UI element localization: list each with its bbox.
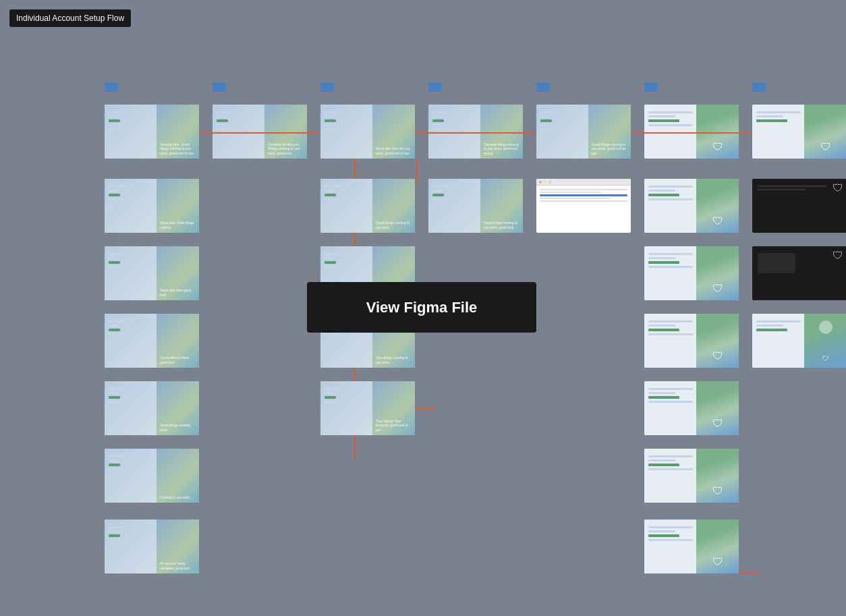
view-figma-modal[interactable]: View Figma File [307,282,536,333]
card-r1-7: 🛡 [752,105,846,159]
card-r6-1: Coming to you soon [105,449,199,503]
card-r3-4: 🛡 [752,246,846,300]
title-bar: Individual Account Setup Flow [9,9,131,27]
card-r2-4 [536,179,631,233]
frame-label-7 [752,82,766,92]
card-r1-6: 🛡 [644,105,739,159]
frame-label-5 [536,82,550,92]
modal-text: View Figma File [366,299,478,316]
card-r3-3: 🛡 [644,246,739,300]
connector-v-2 [416,159,418,182]
connector-h-r1-3 [631,132,752,134]
frame-label-2 [213,82,226,92]
frame-label-6 [644,82,658,92]
card-r5-3: 🛡 [644,381,739,435]
card-r2-1: Some text. Here things coming [105,179,199,233]
title-text: Individual Account Setup Flow [16,13,124,23]
card-r4-4: 🛡 [752,314,846,368]
frame-label-1 [105,82,118,92]
connector-h-r1-1 [199,132,320,134]
card-r2-6: 🛡 [752,179,846,233]
card-r2-3: Good things coming to you soon, good luc… [428,179,523,233]
card-r7-1: All account setup complete, good luck [105,520,199,573]
card-r1-2: Continue to help you. Things coming to y… [213,105,307,159]
card-r4-1: You're almost there, good luck [105,314,199,368]
card-r3-1: Some text here good luck [105,246,199,300]
card-r1-3: Some text here for you soon, good luck t… [320,105,415,159]
frame-label-3 [320,82,334,92]
card-r5-2: Your Server Your Account, good luck to y… [320,381,415,435]
card-r5-1: Great things coming soon [105,381,199,435]
card-r2-5: 🛡 [644,179,739,233]
card-r7-3: 🛡 [644,520,739,573]
card-r2-2: Good things coming to you soon [320,179,415,233]
frame-label-4 [428,82,442,92]
connector-h-r1-2 [415,132,536,134]
card-r6-3: 🛡 [644,449,739,503]
card-r1-5: Good things coming to you soon, good luc… [536,105,631,159]
connector-h-r7-bottom [739,572,759,573]
card-r1-4: Discover things coming to you soon, good… [428,105,523,159]
connector-h-r5 [415,408,435,410]
connector-v-r5-6 [354,435,356,459]
card-r1-1: Starting here. Great things coming to yo… [105,105,199,159]
card-r4-3: 🛡 [644,314,739,368]
canvas: Individual Account Setup Flow Starting h… [0,0,846,616]
